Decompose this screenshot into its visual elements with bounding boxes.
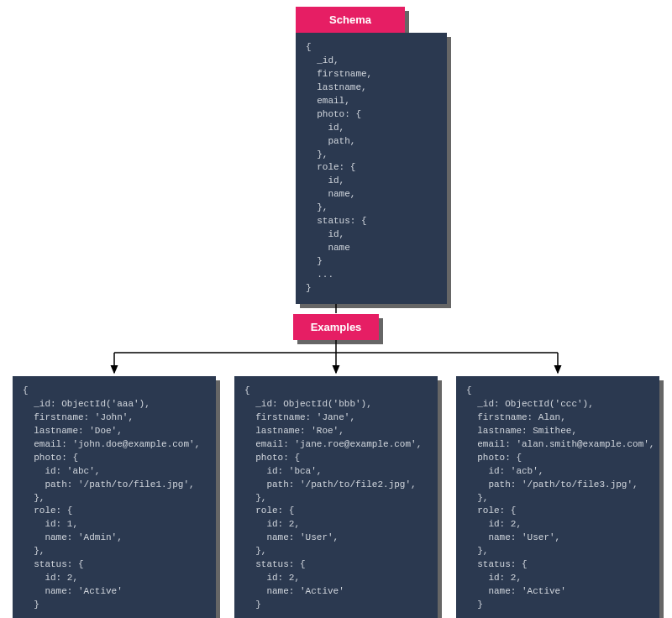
example-code-2: { _id: ObjectId('bbb'), firstname: 'Jane…	[234, 376, 438, 618]
example-code-1: { _id: ObjectId('aaa'), firstname: 'John…	[13, 376, 216, 618]
example-box-2: { _id: ObjectId('bbb'), firstname: 'Jane…	[234, 376, 438, 618]
example-code-3: { _id: ObjectId('ccc'), firstname: Alan,…	[456, 376, 659, 618]
schema-code: { _id, firstname, lastname, email, photo…	[296, 33, 447, 304]
schema-title: Schema	[296, 7, 405, 33]
example-box-1: { _id: ObjectId('aaa'), firstname: 'John…	[13, 376, 216, 618]
schema-box: Schema { _id, firstname, lastname, email…	[296, 7, 447, 304]
examples-label: Examples	[293, 314, 379, 340]
example-box-3: { _id: ObjectId('ccc'), firstname: Alan,…	[456, 376, 659, 618]
